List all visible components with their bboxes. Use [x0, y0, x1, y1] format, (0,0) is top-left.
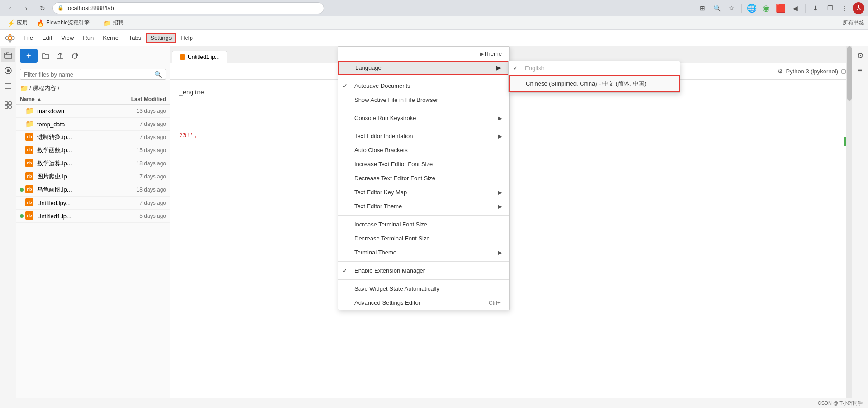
menu-item-label: Language — [355, 64, 382, 71]
file-row[interactable]: nb 乌龟画图.ip... 18 days ago — [16, 183, 170, 197]
profile-button[interactable]: 人 — [853, 2, 864, 14]
settings-increase-terminal[interactable]: Increase Terminal Font Size — [338, 217, 509, 231]
settings-extension-manager[interactable]: ✓ Enable Extension Manager — [338, 264, 509, 278]
settings-autosave[interactable]: ✓ Autosave Documents — [338, 79, 509, 93]
search-box[interactable]: 🔍 — [20, 69, 166, 80]
bookmark-flowable[interactable]: 🔥 Flowable流程引擎... — [33, 18, 98, 28]
status-right: CSDN @IT小辉同学 — [818, 400, 863, 407]
menu-divider — [338, 77, 509, 77]
filebrowser-icon[interactable] — [1, 48, 15, 62]
menu-edit[interactable]: Edit — [38, 33, 57, 43]
running-icon[interactable] — [1, 63, 15, 78]
new-folder-button[interactable] — [39, 50, 52, 62]
folder-icon: 📁 — [25, 106, 34, 115]
more-icon[interactable]: ⋮ — [838, 2, 851, 14]
right-settings-icon[interactable]: ≡ — [853, 63, 868, 78]
file-browser: + — [16, 46, 170, 398]
settings-language[interactable]: Language ▶ ✓ English Chinese (Simplified… — [338, 61, 509, 75]
file-row[interactable]: nb 进制转换.ip... 7 days ago — [16, 131, 170, 144]
menu-settings[interactable]: Settings — [146, 33, 176, 43]
notebook-tab[interactable]: Untitled1.ip... — [172, 51, 227, 63]
file-name: temp_data — [37, 121, 116, 128]
settings-text-theme[interactable]: Text Editor Theme ▶ — [338, 199, 509, 213]
tab-icon — [180, 54, 185, 60]
file-row[interactable]: 📁 temp_data 7 days ago — [16, 118, 170, 131]
settings-terminal-theme[interactable]: Terminal Theme ▶ — [338, 245, 509, 259]
settings-text-keymap[interactable]: Text Editor Key Map ▶ — [338, 185, 509, 199]
upload-button[interactable] — [54, 50, 67, 62]
file-row[interactable]: 📁 markdown 13 days ago — [16, 105, 170, 118]
menu-item-label: Enable Extension Manager — [354, 267, 425, 274]
reload-button[interactable]: ↻ — [36, 2, 49, 14]
folder-icon: 📁 — [25, 120, 34, 129]
bookmark-apps[interactable]: ⚡ 应用 — [4, 18, 31, 28]
settings-increase-text[interactable]: Increase Text Editor Font Size — [338, 157, 509, 171]
back-button[interactable]: ‹ — [4, 2, 16, 14]
main-layout: + — [0, 46, 868, 398]
scrollbar-thumb[interactable] — [847, 46, 852, 101]
settings-show-active[interactable]: Show Active File in File Browser — [338, 93, 509, 107]
file-modified: 7 days ago — [116, 121, 166, 127]
right-gear-icon[interactable]: ⚙ — [853, 48, 868, 62]
scrollbar[interactable] — [846, 46, 852, 398]
menu-item-label: Increase Terminal Font Size — [354, 221, 427, 228]
menu-file[interactable]: File — [19, 33, 38, 43]
settings-decrease-terminal[interactable]: Decrease Terminal Font Size — [338, 231, 509, 245]
settings-decrease-text[interactable]: Decrease Text Editor Font Size — [338, 171, 509, 185]
file-table-header: Name ▲ Last Modified — [16, 94, 170, 105]
extension4-icon[interactable]: ◀ — [789, 2, 801, 14]
new-button[interactable]: + — [20, 49, 38, 63]
notebook-icon: nb — [25, 172, 34, 181]
window-icon[interactable]: ❐ — [824, 2, 836, 14]
file-row[interactable]: nb Untitled.ipy... 7 days ago — [16, 197, 170, 210]
menu-divider — [338, 261, 509, 262]
zoom-icon[interactable]: 🔍 — [711, 2, 723, 14]
file-row[interactable]: nb 数学运算.ip... 18 days ago — [16, 157, 170, 170]
status-dot — [20, 135, 24, 139]
lang-label: Chinese (Simplified, China) - 中文 (简体, 中国… — [526, 80, 647, 88]
star-icon[interactable]: ☆ — [725, 2, 738, 14]
settings-console-run[interactable]: Console Run Keystroke ▶ — [338, 111, 509, 125]
extension1-icon[interactable]: 🌐 — [745, 2, 758, 14]
search-input[interactable] — [24, 71, 152, 78]
chrome-actions: ⊞ 🔍 ☆ 🌐 ◉ 🟥 ◀ ⬇ ❐ ⋮ 人 — [696, 2, 864, 14]
settings-advanced[interactable]: Advanced Settings Editor Ctrl+, — [338, 296, 509, 310]
status-bar: CSDN @IT小辉同学 — [0, 398, 868, 408]
translate-icon[interactable]: ⊞ — [696, 2, 709, 14]
right-panel: ⚙ ≡ — [852, 46, 868, 398]
status-dot — [20, 175, 24, 178]
file-row[interactable]: nb 数学函数.ip... 15 days ago — [16, 144, 170, 157]
settings-gear-icon[interactable]: ⚙ — [777, 68, 783, 75]
lang-chinese[interactable]: Chinese (Simplified, China) - 中文 (简体, 中国… — [509, 75, 680, 92]
address-bar[interactable]: 🔒 localhost:8888/lab — [52, 2, 324, 14]
refresh-button[interactable] — [68, 50, 81, 62]
file-row[interactable]: nb Untitled1.ip... 5 days ago — [16, 210, 170, 223]
extension-icon[interactable] — [1, 98, 15, 112]
settings-theme[interactable]: ▶ Theme — [338, 47, 509, 61]
tab-label: Untitled1.ip... — [188, 54, 219, 60]
forward-button[interactable]: › — [20, 2, 33, 14]
code-snippet-2: 23!', — [179, 132, 197, 139]
bookmark-jobs[interactable]: 📁 招聘 — [100, 18, 127, 28]
menu-view[interactable]: View — [57, 33, 78, 43]
menu-item-label: Decrease Terminal Font Size — [354, 235, 430, 242]
lang-english[interactable]: ✓ English — [509, 61, 680, 75]
bookmarks-right: 所有书签 — [843, 19, 864, 27]
extension2-icon[interactable]: ◉ — [760, 2, 773, 14]
menu-run[interactable]: Run — [78, 33, 98, 43]
kernel-status-circle — [841, 69, 846, 74]
settings-text-indent[interactable]: Text Editor Indentation ▶ — [338, 129, 509, 143]
folder-icon-breadcrumb: 📁 — [20, 84, 29, 92]
download-icon[interactable]: ⬇ — [809, 2, 822, 14]
commands-icon[interactable] — [1, 79, 15, 93]
file-row[interactable]: nb 图片爬虫.ip... 7 days ago — [16, 170, 170, 183]
svg-rect-12 — [5, 106, 8, 108]
settings-save-widget[interactable]: Save Widget State Automatically — [338, 282, 509, 296]
extension3-icon[interactable]: 🟥 — [774, 2, 787, 14]
col-name-header[interactable]: Name ▲ — [20, 96, 116, 102]
menu-kernel[interactable]: Kernel — [98, 33, 124, 43]
menu-help[interactable]: Help — [176, 33, 197, 43]
settings-auto-close[interactable]: Auto Close Brackets — [338, 143, 509, 157]
menu-tabs[interactable]: Tabs — [124, 33, 146, 43]
svg-point-1 — [9, 34, 11, 35]
